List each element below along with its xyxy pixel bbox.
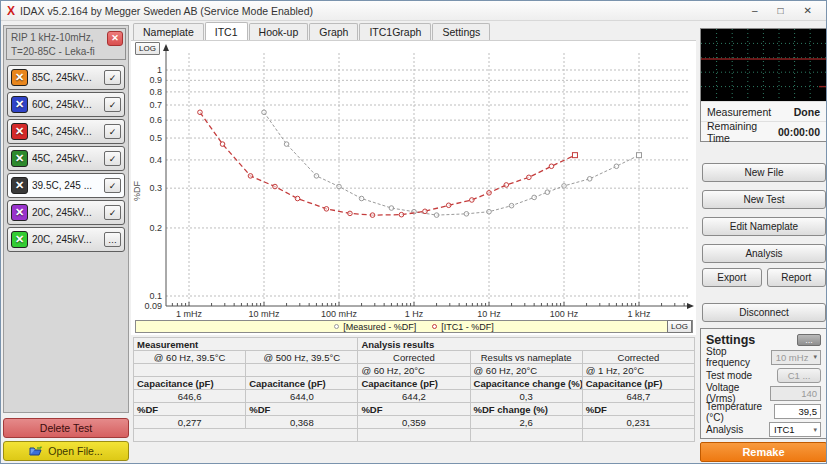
measurement-analysis-table: MeasurementAnalysis results@ 60 Hz, 39.5… — [133, 337, 695, 442]
svg-text:0.1: 0.1 — [149, 291, 162, 301]
remaining-time-row: Remaining Time 00:00:00 — [701, 121, 826, 141]
tab-itc1graph[interactable]: ITC1Graph — [359, 23, 431, 40]
checkbox-checked[interactable]: ✓ — [104, 124, 121, 139]
table-cell: Capacitance (pF) — [582, 377, 694, 390]
itc1-marker-icon — [432, 324, 437, 329]
measured-marker-icon — [334, 324, 339, 329]
new-file-button[interactable]: New File — [702, 163, 826, 182]
test-item[interactable]: ✕39.5C, 245 ...✓ — [7, 173, 125, 198]
tab-nameplate[interactable]: Nameplate — [133, 23, 204, 40]
table-cell: 646,6 — [134, 390, 246, 403]
test-item[interactable]: ✕54C, 245kV...✓ — [7, 119, 125, 144]
test-item-label: 20C, 245kV... — [32, 207, 104, 218]
table-cell: 0,277 — [134, 416, 246, 429]
checkbox-checked[interactable]: ✓ — [104, 70, 121, 85]
value: 140 — [801, 388, 817, 399]
table-cell: %DF — [582, 403, 694, 416]
test-item[interactable]: ✕60C, 245kV...✓ — [7, 92, 125, 117]
table-cell — [582, 429, 694, 442]
x-marker-icon: ✕ — [11, 123, 28, 140]
checkbox-checked[interactable]: ✓ — [104, 205, 121, 220]
test-set-header: RIP 1 kHz-10mHz, T=20-85C - Leka-fi ✕ — [6, 28, 126, 60]
table-cell: Capacitance (pF) — [246, 377, 358, 390]
svg-text:1 mHz: 1 mHz — [176, 309, 203, 319]
test-set-title-line2: T=20-85C - Leka-fi — [11, 45, 121, 59]
svg-text:0.8: 0.8 — [149, 87, 162, 97]
x-marker-icon: ✕ — [11, 96, 28, 113]
tab-graph[interactable]: Graph — [309, 23, 358, 40]
test-item[interactable]: ✕45C, 245kV...✓ — [7, 146, 125, 171]
checkbox-checked[interactable]: ✓ — [104, 97, 121, 112]
svg-text:100 Hz: 100 Hz — [550, 309, 579, 319]
table-cell: %DF change (%) — [470, 403, 582, 416]
remaining-time-label: Remaining Time — [707, 120, 778, 144]
checkbox-checked[interactable]: ✓ — [104, 178, 121, 193]
legend-item-measured: [Measured - %DF] — [334, 322, 416, 332]
x-marker-icon: ✕ — [11, 204, 28, 221]
remake-button[interactable]: Remake — [700, 442, 827, 462]
measurement-status-label: Measurement — [707, 106, 771, 118]
settings-row-analysis: AnalysisITC1▾ — [706, 421, 821, 439]
disconnect-button[interactable]: Disconnect — [702, 303, 826, 322]
svg-text:0.3: 0.3 — [149, 183, 162, 193]
edit-nameplate-button[interactable]: Edit Nameplate — [702, 217, 826, 236]
delete-test-button[interactable]: Delete Test — [3, 418, 129, 438]
table-cell: %DF — [246, 403, 358, 416]
close-test-set-icon[interactable]: ✕ — [107, 31, 123, 46]
export-report-row: ExportReport — [702, 268, 826, 287]
test-item-label: 60C, 245kV... — [32, 99, 104, 110]
log-scale-button-y[interactable]: LOG — [135, 42, 160, 55]
analysis-dropdown[interactable]: ITC1▾ — [769, 422, 821, 437]
tab-hook-up[interactable]: Hook-up — [249, 23, 309, 40]
svg-text:10 mHz: 10 mHz — [248, 309, 280, 319]
table-cell: @ 60 Hz, 20°C — [470, 364, 582, 377]
tab-itc1[interactable]: ITC1 — [205, 22, 248, 40]
title-bar: X IDAX v5.2.164 by Megger Sweden AB (Ser… — [1, 1, 826, 21]
value: ITC1 — [774, 424, 795, 435]
test-item[interactable]: ✕20C, 245kV...… — [7, 227, 125, 252]
minimize-button[interactable]: – — [752, 5, 758, 16]
temperature-c-input[interactable]: 39,5 — [774, 404, 821, 419]
settings-label: Stop frequency — [706, 346, 771, 368]
new-test-button[interactable]: New Test — [702, 190, 826, 209]
close-button[interactable]: ✕ — [804, 5, 812, 16]
table-section-header: Analysis results — [358, 338, 695, 351]
table-cell: Capacitance change (%) — [470, 377, 582, 390]
table-cell — [470, 429, 582, 442]
table-cell — [134, 364, 246, 377]
itc1-tab-panel: 10.90.80.70.60.50.40.30.20.10.091 mHz10 … — [131, 40, 696, 335]
measurement-status-row: Measurement Done — [701, 101, 826, 121]
checkbox-checked[interactable]: ✓ — [104, 151, 121, 166]
analysis-button[interactable]: Analysis — [702, 244, 826, 263]
x-marker-icon: ✕ — [11, 231, 28, 248]
tab-settings[interactable]: Settings — [432, 23, 490, 40]
settings-label: Analysis — [706, 424, 743, 435]
export-button[interactable]: Export — [702, 268, 762, 287]
maximize-button[interactable]: □ — [778, 5, 784, 16]
test-item[interactable]: ✕85C, 245kV...✓ — [7, 65, 125, 90]
table-cell — [246, 364, 358, 377]
open-file-button[interactable]: Open File... — [3, 441, 129, 461]
svg-text:0.9: 0.9 — [149, 75, 162, 85]
more-button[interactable]: … — [104, 232, 121, 247]
settings-row-stop-frequency: Stop frequency10 mHz▾ — [706, 348, 821, 366]
settings-more-button[interactable]: ... — [797, 334, 821, 346]
settings-label: Temperature (°C) — [706, 401, 774, 423]
report-button[interactable]: Report — [767, 268, 827, 287]
open-file-icon — [29, 446, 43, 457]
table-cell: 2,6 — [470, 416, 582, 429]
test-item[interactable]: ✕20C, 245kV...✓ — [7, 200, 125, 225]
svg-text:1 kHz: 1 kHz — [627, 309, 651, 319]
measurement-status-box: Measurement Done Remaining Time 00:00:00 — [700, 28, 827, 142]
log-scale-button-x[interactable]: LOG — [667, 320, 692, 333]
svg-text:%DF: %DF — [132, 180, 142, 201]
legend-itc1-label: [ITC1 - %DF] — [441, 322, 494, 332]
table-cell: @ 500 Hz, 39.5°C — [246, 351, 358, 364]
legend-measured-label: [Measured - %DF] — [343, 322, 416, 332]
test-set-title-line1: RIP 1 kHz-10mHz, — [11, 31, 121, 45]
table-cell: 0,231 — [582, 416, 694, 429]
table-cell — [134, 429, 358, 442]
svg-text:0.6: 0.6 — [149, 115, 162, 125]
scope-display — [701, 29, 826, 101]
table-cell: @ 60 Hz, 39.5°C — [134, 351, 246, 364]
